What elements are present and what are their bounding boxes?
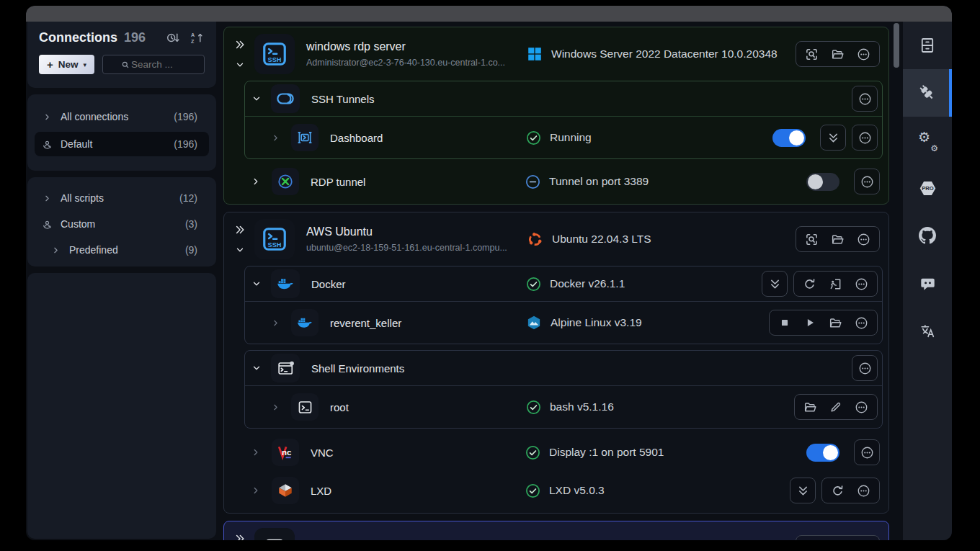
row-reverent-keller[interactable]: reverent_keller Alpine Linux v3.19 — [245, 302, 882, 344]
connection-row-local-machine[interactable]: Local Machine Windows 10 Home 10.0.19045 — [224, 521, 888, 540]
more-options-icon[interactable] — [855, 400, 868, 414]
more-options-icon — [860, 446, 874, 460]
tab-connections[interactable] — [903, 69, 952, 117]
sidebar-item-all-scripts[interactable]: All scripts (12) — [35, 187, 209, 209]
more-options-button[interactable] — [852, 86, 878, 112]
vnc-toggle-on[interactable] — [806, 444, 839, 462]
sort-by-date-icon[interactable] — [166, 31, 181, 45]
status-text: Tunnel on port 3389 — [549, 175, 649, 188]
expand-children-button[interactable] — [820, 125, 846, 151]
more-options-icon — [858, 92, 872, 106]
more-options-icon[interactable] — [855, 316, 868, 330]
play-icon[interactable] — [803, 316, 816, 329]
refresh-icon[interactable] — [803, 277, 816, 291]
row-root[interactable]: root bash v5.1.16 — [245, 386, 882, 428]
new-connection-button[interactable]: + New ▾ — [39, 55, 94, 74]
translate-icon — [919, 323, 936, 339]
window-titlebar[interactable] — [26, 6, 952, 22]
row-label: Docker — [311, 278, 346, 290]
chevron-right-icon[interactable] — [250, 176, 262, 187]
tunnel-toggle-off[interactable] — [806, 173, 839, 191]
more-options-icon[interactable] — [857, 233, 870, 246]
right-icon-rail: ⚙⚙ — [903, 22, 952, 540]
file-browser-icon[interactable] — [805, 48, 819, 61]
tunnel-toggle-on[interactable] — [772, 129, 806, 147]
row-dashboard[interactable]: Dashboard Running — [245, 117, 882, 158]
sidebar-item-all-connections[interactable]: All connections (196) — [35, 104, 209, 129]
pro-badge-icon — [918, 179, 937, 197]
tab-pro-license[interactable] — [903, 164, 952, 212]
terminal-icon — [291, 393, 318, 421]
status-text: Docker v26.1.1 — [550, 277, 625, 290]
chevron-down-icon[interactable] — [251, 363, 262, 373]
sidebar-item-custom[interactable]: Custom (3) — [35, 213, 209, 235]
chevron-down-icon: ▾ — [84, 61, 87, 68]
chevron-right-icon[interactable] — [270, 318, 281, 328]
sidebar-item-default[interactable]: Default (196) — [35, 132, 209, 156]
person-icon — [40, 218, 53, 230]
chevron-down-icon[interactable] — [251, 94, 262, 104]
more-options-button[interactable] — [854, 439, 880, 465]
row-label: LXD — [311, 485, 331, 497]
row-shell-environments[interactable]: Shell Environments — [245, 351, 882, 385]
expand-all-icon[interactable] — [234, 39, 246, 50]
sort-alphabetical-icon[interactable] — [190, 31, 205, 45]
more-options-icon[interactable] — [855, 277, 868, 291]
row-ssh-tunnels[interactable]: SSH Tunnels — [245, 81, 882, 116]
chevron-right-icon[interactable] — [250, 485, 262, 496]
expand-all-icon[interactable] — [234, 224, 246, 236]
collapse-chevron-icon[interactable] — [235, 245, 245, 255]
sidebar-item-predefined[interactable]: Predefined (9) — [35, 239, 209, 261]
folder-icon[interactable] — [831, 233, 845, 246]
expand-children-button[interactable] — [762, 271, 788, 297]
os-info: Ubuntu 22.04.3 LTS — [552, 233, 651, 246]
more-options-button[interactable] — [852, 125, 878, 151]
row-label: VNC — [311, 447, 334, 459]
link-github[interactable] — [903, 212, 952, 259]
stop-icon[interactable] — [778, 316, 791, 329]
more-options-button[interactable] — [854, 169, 880, 194]
row-lxd[interactable]: LXD LXD v5.0.3 — [224, 474, 888, 507]
more-options-icon[interactable] — [857, 48, 870, 61]
chevron-right-icon — [40, 112, 53, 122]
docker-group: Docker Docker v26.1.1 — [244, 266, 883, 344]
expand-children-button[interactable] — [790, 478, 816, 503]
collapse-chevron-icon[interactable] — [235, 60, 245, 70]
more-options-icon — [858, 131, 872, 145]
file-browser-icon[interactable] — [805, 233, 819, 246]
edit-icon[interactable] — [829, 400, 842, 413]
search-input[interactable] — [131, 59, 189, 70]
more-options-button[interactable] — [852, 355, 878, 381]
chevron-right-icon[interactable] — [270, 133, 281, 143]
expand-all-icon[interactable] — [234, 533, 246, 541]
tab-file-browser[interactable] — [903, 22, 952, 69]
search-box[interactable] — [102, 55, 205, 74]
chevron-right-icon[interactable] — [270, 403, 281, 412]
chevron-right-icon[interactable] — [250, 447, 262, 457]
link-discord[interactable] — [903, 259, 952, 307]
row-docker[interactable]: Docker Docker v26.1.1 — [245, 266, 882, 301]
tunnel-icon — [271, 84, 300, 113]
chevron-down-icon[interactable] — [251, 279, 262, 289]
connection-row-aws-ubuntu[interactable]: AWS Ubuntu ubuntu@ec2-18-159-51-161.eu-c… — [224, 212, 888, 266]
sidebar-item-count: (12) — [179, 192, 203, 204]
row-vnc[interactable]: VNC Display :1 on port 5901 — [224, 436, 888, 469]
folder-icon[interactable] — [803, 400, 817, 414]
more-options-icon[interactable] — [857, 484, 870, 498]
double-chevron-down-icon — [797, 485, 809, 497]
tab-settings[interactable]: ⚙⚙ — [903, 117, 952, 164]
tab-translate[interactable] — [903, 307, 952, 354]
connection-row-windows-rdp[interactable]: windows rdp server Administrator@ec2-3-7… — [224, 27, 888, 81]
status-text: Running — [550, 131, 592, 144]
connection-address: Administrator@ec2-3-76-40-130.eu-central… — [306, 58, 505, 68]
run-exit-icon[interactable] — [829, 277, 842, 291]
row-label: RDP tunnel — [311, 176, 365, 188]
page-title: Connections — [39, 30, 117, 45]
connection-card-aws-ubuntu: AWS Ubuntu ubuntu@ec2-18-159-51-161.eu-c… — [223, 212, 889, 514]
folder-icon[interactable] — [831, 48, 845, 61]
row-label: Dashboard — [330, 132, 383, 144]
scrollbar-thumb[interactable] — [894, 23, 899, 68]
row-rdp-tunnel[interactable]: RDP tunnel Tunnel on port 3389 — [224, 165, 888, 198]
folder-icon[interactable] — [829, 316, 842, 330]
refresh-icon[interactable] — [831, 484, 845, 498]
